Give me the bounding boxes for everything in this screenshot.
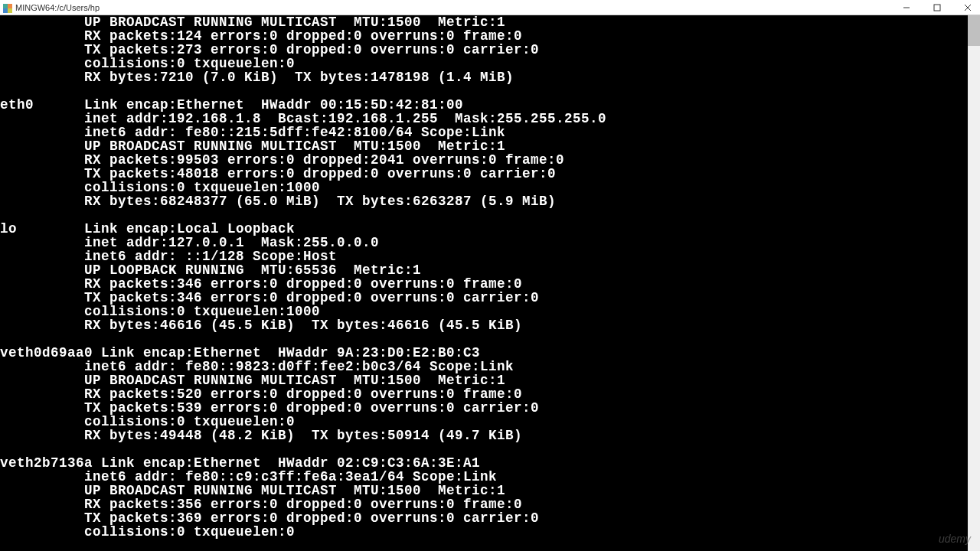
window-title: MINGW64:/c/Users/hp — [15, 3, 100, 12]
minimize-button[interactable] — [897, 2, 916, 14]
watermark-text: udemy — [939, 533, 971, 545]
titlebar: MINGW64:/c/Users/hp — [0, 0, 980, 15]
vertical-scrollbar[interactable] — [968, 15, 980, 551]
close-button[interactable] — [959, 2, 977, 14]
titlebar-left: MINGW64:/c/Users/hp — [3, 3, 100, 12]
svg-rect-1 — [8, 4, 12, 8]
scrollbar-thumb[interactable] — [968, 15, 980, 46]
terminal-output[interactable]: UP BROADCAST RUNNING MULTICAST MTU:1500 … — [0, 15, 980, 551]
app-icon — [3, 3, 12, 12]
svg-rect-0 — [3, 4, 8, 8]
svg-rect-5 — [934, 5, 940, 11]
maximize-button[interactable] — [928, 2, 946, 14]
svg-rect-2 — [3, 8, 8, 13]
window-controls — [897, 2, 977, 14]
svg-rect-3 — [8, 8, 12, 13]
